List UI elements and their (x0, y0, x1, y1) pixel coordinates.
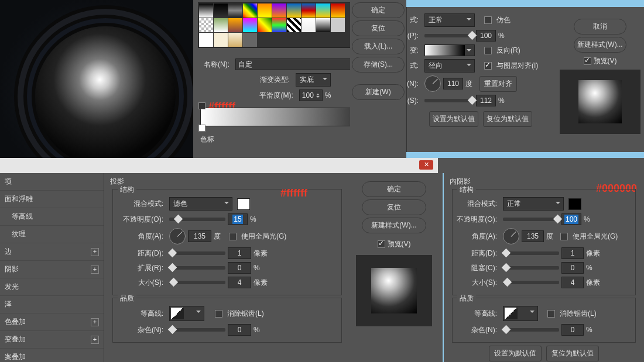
sidebar-item[interactable]: 项 (0, 173, 104, 191)
angle-dial[interactable] (424, 75, 441, 92)
dist-slider[interactable] (169, 251, 225, 255)
smooth-input[interactable]: 100 (299, 89, 323, 101)
noise-slider[interactable] (169, 328, 225, 332)
size-slider[interactable] (503, 281, 559, 284)
ang-lbl: (N): (407, 80, 422, 88)
reset-default-button[interactable]: 复位为默认值 (483, 111, 532, 127)
opacity-slider[interactable] (424, 34, 474, 37)
choke-slider[interactable] (503, 266, 559, 270)
plus-icon[interactable]: + (91, 318, 99, 326)
dist-input[interactable] (228, 247, 251, 259)
sidebar-item[interactable]: 阴影+ (0, 261, 104, 278)
style-lbl: 式: (407, 61, 422, 71)
color-stop-left[interactable] (198, 125, 205, 132)
reverse-check[interactable] (484, 47, 492, 54)
plus-icon[interactable]: + (91, 336, 99, 344)
window-titlebar: ✕ (0, 158, 438, 173)
style-select[interactable]: 径向 (424, 59, 475, 73)
opacity-input[interactable]: 100 (561, 213, 581, 225)
sidebar-item[interactable]: 变叠加+ (0, 331, 104, 349)
load-button[interactable]: 载入(L)... (352, 39, 405, 54)
drop-title: 投影 (110, 177, 344, 187)
struct-legend: 结构 (457, 185, 476, 195)
struct-legend: 结构 (118, 185, 136, 195)
size-input[interactable] (561, 277, 584, 288)
new-style-button[interactable]: 新建样式(W)... (574, 37, 626, 53)
spread-input[interactable] (228, 262, 251, 274)
sidebar-item[interactable]: 边+ (0, 243, 104, 261)
size-slider[interactable] (169, 281, 225, 284)
opacity-slider[interactable] (503, 218, 559, 221)
angle-dial[interactable] (169, 228, 186, 244)
dist-slider[interactable] (503, 251, 559, 255)
realign-button[interactable]: 重置对齐 (479, 76, 517, 92)
opacity-slider[interactable] (169, 218, 225, 221)
reset-button[interactable]: 复位 (362, 199, 426, 215)
quality-legend: 品质 (118, 294, 136, 304)
opacity-input[interactable] (476, 30, 496, 42)
opacity-stop-left[interactable] (198, 102, 205, 109)
scale-slider[interactable] (424, 99, 474, 102)
drop-shadow-panel: 投影 结构 #ffffff 混合模式: 滤色 不透明度(O): 15% 角度(A… (104, 173, 350, 362)
op-lbl: (P): (407, 32, 422, 40)
fx-sidebar: 项 面和浮雕 等高线 纹理 边+ 阴影+ 发光 泽 色叠加+ 变叠加+ 案叠加 (0, 173, 104, 362)
sidebar-item[interactable]: 面和浮雕 (0, 191, 104, 208)
color-swatch[interactable] (237, 198, 250, 210)
sidebar-item[interactable]: 色叠加+ (0, 313, 104, 331)
cancel-button[interactable]: 取消 (574, 19, 626, 35)
blend-mode-select[interactable]: 正常 (424, 13, 475, 27)
opacity-input[interactable]: 15 (228, 213, 248, 225)
noise-input[interactable] (561, 324, 584, 336)
choke-input[interactable] (561, 262, 584, 274)
new-style-button[interactable]: 新建样式(W)... (362, 218, 426, 233)
angle-input[interactable] (443, 78, 463, 89)
ok-button[interactable]: 确定 (362, 181, 426, 197)
sidebar-item[interactable]: 案叠加 (0, 349, 104, 362)
plus-icon[interactable]: + (91, 266, 99, 274)
set-default-button[interactable]: 设置为默认值 (429, 111, 478, 127)
dist-input[interactable] (561, 247, 584, 259)
titlebar-strip (406, 0, 644, 7)
sidebar-item[interactable]: 纹理 (0, 226, 104, 243)
contour-picker[interactable] (503, 306, 538, 321)
global-light-check[interactable] (560, 233, 568, 240)
color-swatch[interactable] (568, 198, 581, 210)
noise-slider[interactable] (503, 328, 559, 332)
angle-dial[interactable] (503, 228, 519, 244)
quality-legend: 品质 (457, 294, 476, 304)
dither-check[interactable] (484, 16, 492, 24)
name-label: 名称(N): (198, 60, 233, 70)
scale-input[interactable] (476, 95, 496, 106)
size-input[interactable] (228, 277, 251, 288)
smooth-label: 平滑度(M): (259, 91, 296, 101)
sidebar-item[interactable]: 等高线 (0, 208, 104, 226)
contour-picker[interactable] (169, 306, 204, 321)
antialias-check[interactable] (215, 310, 222, 318)
ok-button[interactable]: 确定 (352, 2, 405, 18)
blend-select[interactable]: 正常 (503, 197, 564, 211)
antialias-check[interactable] (547, 310, 555, 318)
sidebar-item[interactable]: 泽 (0, 296, 104, 313)
blend-select[interactable]: 滤色 (169, 197, 232, 211)
gradient-picker[interactable] (424, 44, 475, 56)
preview-check[interactable] (378, 240, 385, 248)
gradient-type-select[interactable]: 实底 (296, 73, 331, 87)
noise-input[interactable] (228, 324, 251, 336)
close-icon[interactable]: ✕ (419, 160, 433, 170)
plus-icon[interactable]: + (91, 248, 99, 256)
inner-shadow-panel: 内阴影 #000000 结构 混合模式: 正常 不透明度(O): 100% 角度… (443, 173, 644, 362)
reset-button[interactable]: 复位 (352, 20, 405, 36)
align-check[interactable] (484, 62, 492, 70)
set-default-button[interactable]: 设置为默认值 (489, 346, 542, 361)
sidebar-item[interactable]: 发光 (0, 278, 104, 296)
preview-check[interactable] (584, 57, 591, 65)
angle-input[interactable] (188, 230, 211, 242)
global-light-check[interactable] (229, 233, 237, 240)
scale-lbl: (S): (407, 96, 422, 105)
spread-slider[interactable] (169, 266, 225, 270)
angle-input[interactable] (522, 230, 544, 242)
new-button[interactable]: 新建(W) (352, 84, 405, 100)
annotation-white2: #ffffff (280, 187, 307, 199)
reset-default-button[interactable]: 复位为默认值 (546, 346, 599, 361)
save-button[interactable]: 存储(S)... (352, 57, 405, 73)
